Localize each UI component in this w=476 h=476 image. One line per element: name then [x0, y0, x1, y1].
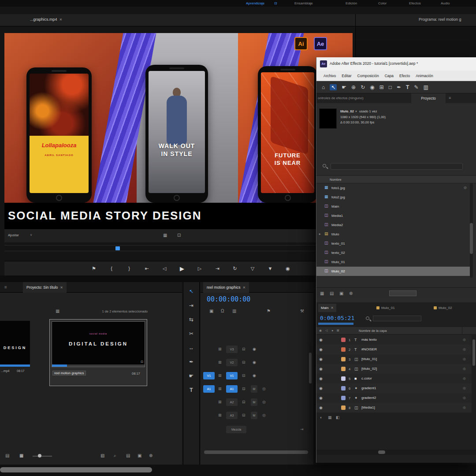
ae-menu-capa[interactable]: Capa [385, 74, 394, 78]
clip-scrubbar[interactable] [52, 364, 145, 367]
scrollbar-handle[interactable] [378, 450, 385, 454]
project-tab[interactable]: Proyecto [411, 93, 446, 103]
scrollbar-handle[interactable] [472, 339, 475, 366]
new-composition-icon[interactable]: ▣ [339, 291, 343, 296]
project-item-main[interactable]: ◫ Main [316, 202, 472, 211]
visibility-eye-icon[interactable]: ◉ [319, 376, 323, 381]
lock-icon[interactable]: ⊠ [218, 413, 222, 417]
clip-scrubbar[interactable] [0, 364, 30, 367]
find-icon[interactable]: ⌕ [114, 453, 116, 458]
comp-tab-main[interactable]: Main✕ [318, 304, 336, 312]
playhead-marker[interactable] [115, 246, 120, 250]
transfer-controls-icon[interactable]: ◐ [320, 415, 322, 420]
track-name-button[interactable]: V2 [226, 359, 238, 366]
in-out-panels-icon[interactable]: ◧ [336, 415, 340, 420]
voiceover-record-icon[interactable]: ◎ [262, 400, 266, 404]
source-patch-button[interactable]: A1 [203, 385, 215, 393]
project-item-foto2[interactable]: ▦ foto2.jpg [316, 193, 472, 202]
add-marker-icon[interactable]: ⚑ [267, 309, 271, 313]
close-icon[interactable]: ✕ [243, 286, 246, 290]
scrollbar-handle[interactable] [470, 223, 473, 254]
layer-row-2[interactable]: ◉ 2 T #NOISER ◎ [316, 345, 472, 354]
workspace-tab-audio[interactable]: Audio [441, 0, 450, 7]
project-item-titulo02-selected[interactable]: ◫ título_02 [316, 267, 472, 276]
track-output-eye-icon[interactable]: ◉ [253, 373, 256, 378]
timeline-timecode[interactable]: 00:00:00:00 [207, 295, 250, 303]
rotate-tool[interactable]: ↻ [361, 84, 365, 90]
scrollbar-handle[interactable] [309, 353, 312, 383]
parent-pickwhip-icon[interactable]: ◎ [463, 367, 466, 371]
close-icon[interactable]: ✕ [331, 306, 334, 310]
parent-pickwhip-icon[interactable]: ◎ [463, 405, 466, 409]
project-panel-horizontal-scrollbar[interactable] [0, 467, 152, 472]
clip-card-2-selected[interactable]: social media DIGITAL DESIGN ⊡ reel motio… [49, 319, 147, 386]
source-monitor-preview[interactable]: Lollapalooza ABRIL SANTIAGO WALK OUTIN S… [4, 33, 353, 229]
automate-to-sequence-icon[interactable]: ▧ [100, 453, 104, 458]
layer-name[interactable]: más texto [361, 338, 377, 342]
sync-lock-icon[interactable]: ⊟ [242, 400, 245, 404]
play-button[interactable]: ▶ [178, 265, 186, 272]
ae-timeline-vertical-scrollbar[interactable] [472, 335, 475, 413]
clip-thumbnail[interactable]: DESIGN [0, 321, 30, 367]
project-panel-tab[interactable]: Proyecto: Sin título✕ [23, 282, 67, 293]
parent-pickwhip-icon[interactable]: ◎ [463, 376, 466, 380]
project-item-texto02[interactable]: ◫ texto_02 [316, 248, 472, 257]
brush-tool[interactable]: ✎ [414, 84, 418, 90]
lock-icon[interactable]: ⊠ [218, 360, 222, 364]
shape-tool[interactable]: □ [389, 84, 392, 90]
layer-color-label[interactable] [341, 367, 346, 371]
zoom-slider-track[interactable] [33, 456, 52, 457]
lock-icon[interactable]: ⊠ [218, 400, 222, 404]
track-name-button[interactable]: A1 [226, 385, 238, 393]
voiceover-record-icon[interactable]: ◎ [262, 413, 266, 417]
mute-button[interactable]: M [251, 385, 257, 393]
icon-view-icon[interactable]: ▦ [19, 453, 23, 458]
settings-grid-icon[interactable]: ▦ [163, 233, 167, 238]
visibility-eye-icon[interactable]: ◉ [319, 338, 323, 342]
layer-row-4[interactable]: ◉ 4 ◫ [título_02] ◎ [316, 364, 472, 374]
layer-name[interactable]: [Media1] [361, 405, 375, 409]
project-item-foto1[interactable]: ▦ foto1.jpg ◎ [316, 183, 472, 193]
master-track-button[interactable]: Mezcla [226, 426, 246, 433]
panel-menu-icon[interactable]: ≡ [449, 96, 451, 100]
visibility-eye-icon[interactable]: ◉ [319, 396, 323, 400]
layer-color-label[interactable] [341, 347, 346, 352]
ae-menu-composicion[interactable]: Composición [357, 74, 379, 78]
chevron-down-icon[interactable]: ▼ [355, 110, 357, 113]
master-out-icon[interactable]: ⇥ [300, 427, 304, 431]
insert-button[interactable]: ▽ [249, 266, 256, 271]
pan-behind-tool[interactable]: ⊞ [379, 84, 384, 90]
track-name-button[interactable]: A3 [226, 412, 238, 419]
lock-icon[interactable]: ⊠ [218, 387, 222, 391]
go-to-out-button[interactable]: ⇥ [214, 266, 221, 271]
layer-color-label[interactable] [341, 357, 346, 361]
project-item-titulo01[interactable]: ◫ título_01 [316, 257, 472, 267]
track-output-eye-icon[interactable]: ◉ [253, 360, 256, 364]
source-monitor-scrubber[interactable] [4, 245, 353, 251]
sync-lock-icon[interactable]: ⊟ [242, 387, 245, 391]
razor-tool[interactable]: ✂ [189, 331, 193, 337]
workspace-panel-badge-icon[interactable]: ⊡ [274, 0, 277, 7]
layer-name[interactable]: gradient2 [361, 396, 376, 400]
source-patch-button[interactable]: V1 [203, 372, 215, 379]
layer-color-label[interactable] [341, 338, 346, 342]
workspace-tab-ensamblaje[interactable]: Ensamblaje [294, 0, 313, 7]
full-screen-icon[interactable]: ⊡ [177, 233, 181, 238]
visibility-eye-icon[interactable]: ◉ [319, 347, 323, 352]
ae-title-bar[interactable]: Ae Adobe After Effects 2020 - tutorial1 … [316, 57, 476, 71]
add-marker-button[interactable]: ⚑ [90, 266, 97, 271]
timeline-search-input[interactable] [373, 316, 421, 321]
selection-tool[interactable]: ↖ [189, 288, 193, 294]
clip-card-1[interactable]: DESIGN ...mp4 08:17 [0, 321, 30, 387]
name-column-header[interactable]: Nombre [330, 178, 342, 182]
source-monitor-tab[interactable]: ...graphics.mp4✕ [30, 17, 62, 22]
clip-corner-icon[interactable]: ⊡ [141, 360, 143, 364]
project-list-header[interactable]: Nombre [316, 175, 476, 183]
layer-color-label[interactable] [341, 396, 346, 400]
loop-button[interactable]: ↻ [231, 266, 238, 271]
timeline-settings-icon[interactable]: ⚒ [300, 309, 304, 313]
track-name-button[interactable]: V1 [226, 372, 238, 379]
mute-button[interactable]: M [251, 412, 257, 419]
workspace-tab-efectos[interactable]: Efectos [409, 0, 421, 7]
list-view-icon[interactable]: ▤ [5, 453, 9, 458]
